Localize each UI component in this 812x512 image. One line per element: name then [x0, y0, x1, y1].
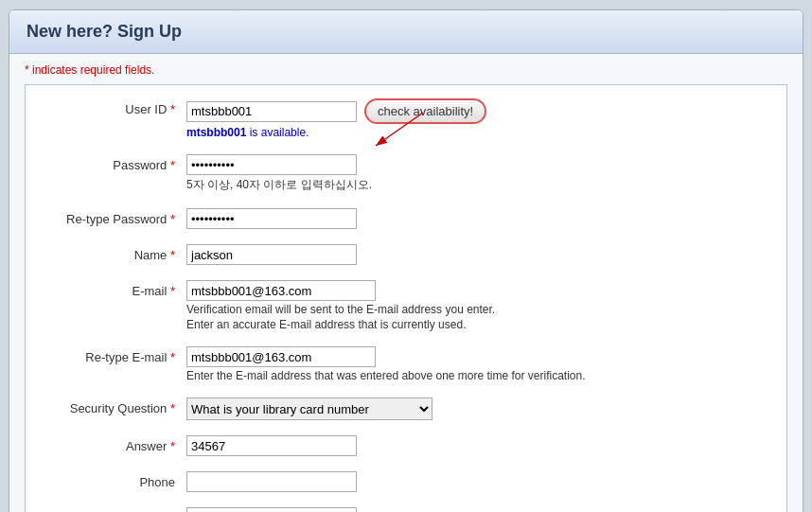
answer-label: Answer *: [35, 435, 186, 453]
mobile-phone-field: [186, 507, 777, 512]
check-availability-button[interactable]: check availability!: [364, 98, 486, 124]
retype-password-field: [186, 208, 777, 229]
security-question-required-star: *: [170, 401, 175, 415]
retype-email-required-star: *: [170, 350, 175, 364]
security-question-select[interactable]: What is your library card number What is…: [186, 397, 432, 420]
form-content: * indicates required fields. User ID * c…: [9, 54, 803, 512]
password-label: Password *: [35, 154, 186, 172]
name-row: Name *: [35, 240, 777, 269]
availability-message: mtsbbb001 is available.: [186, 126, 777, 139]
phone-label: Phone: [35, 471, 186, 489]
answer-input[interactable]: [186, 435, 357, 456]
security-question-label: Security Question *: [35, 397, 186, 415]
page-header: New here? Sign Up: [9, 10, 803, 54]
userid-row: User ID * check availability!: [35, 95, 777, 143]
password-field: 5자 이상, 40자 이하로 입력하십시오.: [186, 154, 777, 193]
email-field: Verification email will be sent to the E…: [186, 280, 777, 331]
name-field: [186, 244, 777, 265]
availability-row: check availability!: [186, 98, 777, 124]
email-label: E-mail *: [35, 280, 186, 298]
mobile-phone-row: Mobile phone: [35, 503, 777, 512]
answer-field: [186, 435, 777, 456]
userid-label: User ID *: [35, 98, 186, 116]
form-area: User ID * check availability!: [25, 84, 787, 512]
retype-email-row: Re-type E-mail * Enter the E-mail addres…: [35, 343, 777, 386]
email-row: E-mail * Verification email will be sent…: [35, 276, 777, 335]
retype-password-label: Re-type Password *: [35, 208, 186, 226]
email-input[interactable]: [186, 280, 376, 301]
retype-email-field: Enter the E-mail address that was entere…: [186, 346, 777, 382]
security-question-field: What is your library card number What is…: [186, 397, 777, 420]
name-label: Name *: [35, 244, 186, 262]
email-hint2: Enter an accurate E-mail address that is…: [186, 318, 777, 331]
mobile-phone-input[interactable]: [186, 507, 357, 512]
password-row: Password * 5자 이상, 40자 이하로 입력하십시오.: [35, 150, 777, 197]
email-required-star: *: [170, 284, 175, 298]
password-required-star: *: [170, 158, 175, 172]
userid-required-star: *: [170, 102, 175, 116]
retype-email-hint: Enter the E-mail address that was entere…: [186, 369, 777, 382]
answer-row: Answer *: [35, 432, 777, 460]
userid-input[interactable]: [186, 101, 357, 122]
retype-email-label: Re-type E-mail *: [35, 346, 186, 364]
retype-password-row: Re-type Password *: [35, 204, 777, 233]
retype-email-input[interactable]: [186, 346, 376, 367]
password-input[interactable]: [186, 154, 357, 175]
password-hint: 5자 이상, 40자 이하로 입력하십시오.: [186, 177, 777, 193]
page-title: New here? Sign Up: [26, 22, 786, 42]
retype-password-input[interactable]: [186, 208, 357, 229]
signup-container: New here? Sign Up * indicates required f…: [9, 9, 803, 512]
phone-row: Phone: [35, 468, 777, 496]
answer-required-star: *: [170, 439, 175, 453]
name-input[interactable]: [186, 244, 357, 265]
email-hint1: Verification email will be sent to the E…: [186, 303, 777, 316]
phone-field: [186, 471, 777, 492]
retype-password-required-star: *: [170, 212, 175, 226]
required-note: * indicates required fields.: [25, 63, 787, 77]
phone-input[interactable]: [186, 471, 357, 492]
userid-field: check availability! mtsbbb001 is availab…: [186, 98, 777, 139]
security-question-row: Security Question * What is your library…: [35, 394, 777, 424]
mobile-phone-label: Mobile phone: [35, 507, 186, 512]
name-required-star: *: [170, 248, 175, 262]
